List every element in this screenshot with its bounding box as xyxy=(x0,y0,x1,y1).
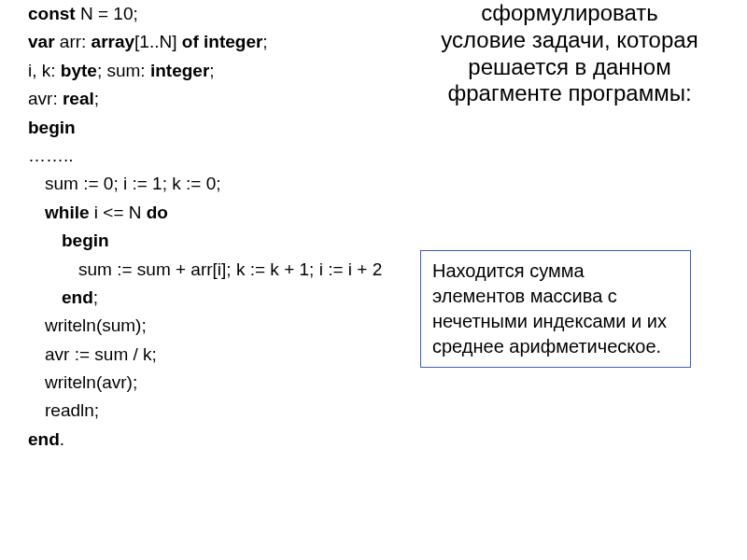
code-line: writeln(avr); xyxy=(28,369,420,397)
keyword-const: const xyxy=(28,4,76,23)
keyword-end: end xyxy=(62,287,93,307)
code-line: i, k: byte; sum: integer; xyxy=(28,57,420,85)
keyword-while: while xyxy=(45,203,90,222)
code-text: avr: xyxy=(28,89,63,108)
keyword-real: real xyxy=(63,89,94,108)
answer-box: Находится сумма элементов массива с нече… xyxy=(420,250,691,368)
code-line: sum := 0; i := 1; k := 0; xyxy=(28,170,420,198)
keyword-byte: byte xyxy=(61,61,97,80)
code-text: ; xyxy=(93,287,98,307)
code-line: while i <= N do xyxy=(28,199,420,227)
keyword-begin: begin xyxy=(28,114,420,142)
code-block: const N = 10; var arr: array[1..N] of in… xyxy=(28,0,420,454)
code-text: arr: xyxy=(55,32,92,51)
code-text: [1..N] xyxy=(134,32,182,51)
code-text: ; xyxy=(209,61,214,80)
code-text: ; sum: xyxy=(97,61,150,80)
keyword-do: do xyxy=(147,203,168,222)
code-text: i <= N xyxy=(90,203,147,222)
code-line: readln; xyxy=(28,397,420,425)
code-line: var arr: array[1..N] of integer; xyxy=(28,28,420,56)
code-line: sum := sum + arr[i]; k := k + 1; i := i … xyxy=(28,256,420,284)
code-text: N = 10; xyxy=(76,4,138,23)
code-line: avr: real; xyxy=(28,85,420,113)
code-line: writeln(sum); xyxy=(28,312,420,340)
code-line: avr := sum / k; xyxy=(28,341,420,369)
keyword-begin: begin xyxy=(28,227,420,255)
code-text: ; xyxy=(262,32,267,51)
code-text: . xyxy=(60,429,64,449)
task-title: сформулировать условие задачи, которая р… xyxy=(439,0,700,107)
code-text: i, k: xyxy=(28,61,61,80)
keyword-array: array xyxy=(92,32,135,51)
keyword-integer: integer xyxy=(150,61,209,80)
code-line: end; xyxy=(28,284,420,312)
code-line: const N = 10; xyxy=(28,0,420,28)
code-text: ; xyxy=(94,89,99,108)
code-line: end. xyxy=(28,426,420,454)
keyword-ofinteger: of integer xyxy=(182,32,263,51)
code-line: …….. xyxy=(28,142,420,170)
keyword-var: var xyxy=(28,32,55,51)
keyword-end: end xyxy=(28,429,60,449)
